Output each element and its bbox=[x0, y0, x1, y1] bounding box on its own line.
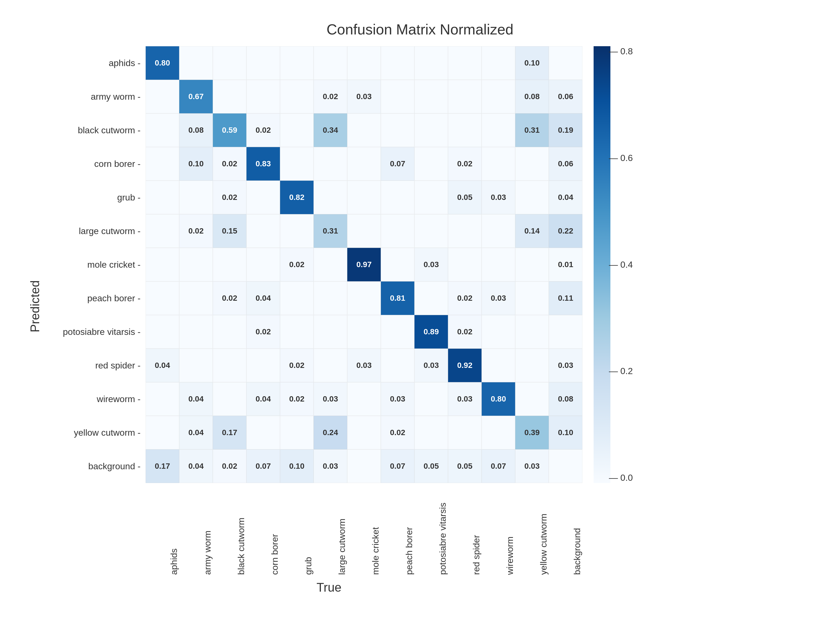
matrix-cell bbox=[482, 349, 515, 382]
matrix-cell: 0.04 bbox=[145, 349, 179, 382]
colorbar-tick-label: — 0.6 bbox=[609, 153, 633, 163]
matrix-grid: 0.800.100.670.020.030.080.060.080.590.02… bbox=[145, 46, 583, 483]
matrix-cell: 0.05 bbox=[414, 449, 448, 483]
matrix-cell: 0.19 bbox=[549, 114, 583, 147]
matrix-with-yticklabels: aphids -army worm -black cutworm -corn b… bbox=[47, 46, 610, 575]
y-tick-label: corn borer - bbox=[47, 147, 143, 181]
colorbar-tick-label: — 0.8 bbox=[609, 46, 633, 57]
matrix-cell bbox=[145, 315, 179, 349]
matrix-cell bbox=[280, 80, 314, 114]
matrix-cell bbox=[145, 248, 179, 281]
matrix-cell: 0.82 bbox=[280, 181, 314, 214]
matrix-cell: 0.02 bbox=[280, 349, 314, 382]
matrix-cell: 0.02 bbox=[448, 281, 482, 315]
matrix-cell: 0.02 bbox=[280, 248, 314, 281]
y-tick-label: peach borer - bbox=[47, 281, 143, 315]
matrix-cell bbox=[448, 46, 482, 80]
matrix-cell bbox=[347, 147, 381, 181]
matrix-cell bbox=[246, 181, 280, 214]
matrix-cell bbox=[314, 181, 347, 214]
x-tick-label: peach borer bbox=[381, 485, 414, 575]
y-tick-label: large cutworm - bbox=[47, 214, 143, 248]
matrix-cell bbox=[280, 147, 314, 181]
y-tick-label: potosiabre vitarsis - bbox=[47, 315, 143, 349]
matrix-cell bbox=[213, 382, 246, 416]
matrix-cell: 0.39 bbox=[515, 416, 549, 449]
matrix-cell: 0.02 bbox=[213, 147, 246, 181]
colorbar-ticks: — 0.8— 0.6— 0.4— 0.2— 0.0 bbox=[609, 46, 633, 483]
y-tick-label: mole cricket - bbox=[47, 248, 143, 281]
matrix-cell bbox=[482, 114, 515, 147]
x-tick-label: background bbox=[549, 485, 583, 575]
matrix-cell bbox=[179, 181, 213, 214]
matrix-cell bbox=[347, 315, 381, 349]
matrix-cell: 0.17 bbox=[213, 416, 246, 449]
matrix-cell bbox=[347, 214, 381, 248]
matrix-cell bbox=[280, 281, 314, 315]
matrix-cell bbox=[381, 114, 414, 147]
matrix-cell: 0.04 bbox=[179, 449, 213, 483]
matrix-cell: 0.04 bbox=[179, 382, 213, 416]
x-tick-label: grub bbox=[280, 485, 314, 575]
matrix-cell bbox=[145, 114, 179, 147]
x-tick-label: mole cricket bbox=[347, 485, 381, 575]
matrix-cell: 0.02 bbox=[213, 449, 246, 483]
matrix-cell: 0.92 bbox=[448, 349, 482, 382]
matrix-cell: 0.08 bbox=[515, 80, 549, 114]
matrix-cell: 0.02 bbox=[381, 416, 414, 449]
matrix-cell bbox=[448, 80, 482, 114]
matrix-cell bbox=[347, 46, 381, 80]
matrix-cell: 0.04 bbox=[246, 281, 280, 315]
matrix-cell bbox=[145, 416, 179, 449]
matrix-cell bbox=[414, 382, 448, 416]
matrix-cell bbox=[549, 315, 583, 349]
matrix-cell: 0.04 bbox=[246, 382, 280, 416]
matrix-cell: 0.80 bbox=[145, 46, 179, 80]
matrix-cell: 0.67 bbox=[179, 80, 213, 114]
matrix-cell bbox=[280, 416, 314, 449]
matrix-cell bbox=[515, 181, 549, 214]
matrix-cell: 0.05 bbox=[448, 449, 482, 483]
y-tick-label: yellow cutworm - bbox=[47, 416, 143, 449]
matrix-cell bbox=[482, 248, 515, 281]
matrix-cell bbox=[314, 46, 347, 80]
matrix-cell: 0.03 bbox=[314, 382, 347, 416]
matrix-cell: 0.03 bbox=[347, 349, 381, 382]
matrix-cell bbox=[381, 315, 414, 349]
matrix-cell: 0.10 bbox=[280, 449, 314, 483]
x-tick-label: large cutworm bbox=[314, 485, 347, 575]
matrix-cell: 0.83 bbox=[246, 147, 280, 181]
matrix-cell bbox=[381, 214, 414, 248]
matrix-cell: 0.89 bbox=[414, 315, 448, 349]
x-axis-label: True bbox=[317, 580, 342, 594]
x-tick-label: red spider bbox=[448, 485, 482, 575]
matrix-cell bbox=[213, 248, 246, 281]
matrix-cell: 0.10 bbox=[515, 46, 549, 80]
matrix-cell: 0.03 bbox=[381, 382, 414, 416]
matrix-cell: 0.07 bbox=[381, 449, 414, 483]
matrix-cell: 0.01 bbox=[549, 248, 583, 281]
matrix-cell bbox=[515, 349, 549, 382]
matrix-cell bbox=[314, 349, 347, 382]
matrix-cell bbox=[482, 80, 515, 114]
y-tick-label: red spider - bbox=[47, 349, 143, 382]
x-tick-label: yellow cutworm bbox=[515, 485, 549, 575]
matrix-cell bbox=[515, 315, 549, 349]
matrix-cell: 0.03 bbox=[414, 349, 448, 382]
matrix-cell: 0.22 bbox=[549, 214, 583, 248]
matrix-cell: 0.08 bbox=[549, 382, 583, 416]
matrix-cell: 0.02 bbox=[280, 382, 314, 416]
matrix-cell: 0.03 bbox=[347, 80, 381, 114]
matrix-cell bbox=[515, 147, 549, 181]
matrix-cell bbox=[381, 248, 414, 281]
matrix-cell bbox=[179, 315, 213, 349]
matrix-cell: 0.02 bbox=[179, 214, 213, 248]
matrix-cell: 0.80 bbox=[482, 382, 515, 416]
matrix-cell: 0.03 bbox=[482, 281, 515, 315]
matrix-cell bbox=[347, 181, 381, 214]
chart-title: Confusion Matrix Normalized bbox=[28, 21, 812, 38]
x-tick-labels: aphidsarmy wormblack cutwormcorn borergr… bbox=[145, 485, 583, 575]
matrix-cell: 0.10 bbox=[549, 416, 583, 449]
x-tick-label: aphids bbox=[145, 485, 179, 575]
matrix-cell: 0.03 bbox=[414, 248, 448, 281]
